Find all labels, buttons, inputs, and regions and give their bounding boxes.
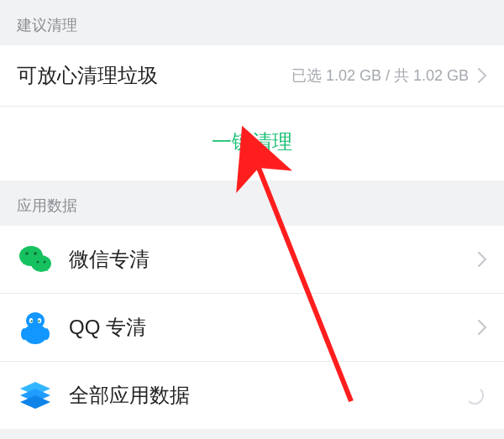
app-row-qq[interactable]: QQ 专清 — [0, 294, 504, 362]
svg-point-3 — [34, 252, 37, 255]
wechat-icon — [17, 241, 54, 278]
appdata-card: 微信专清 QQ 专清 — [0, 226, 504, 429]
svg-point-9 — [43, 328, 50, 340]
one-key-clean-label: 一键清理 — [212, 130, 292, 153]
safe-clean-status: 已选 1.02 GB / 共 1.02 GB — [158, 65, 469, 86]
app-label-wechat: 微信专清 — [69, 246, 477, 273]
chevron-right-icon — [477, 319, 487, 336]
svg-point-1 — [31, 255, 51, 272]
safe-clean-row[interactable]: 可放心清理垃圾 已选 1.02 GB / 共 1.02 GB — [0, 45, 504, 107]
svg-point-8 — [21, 328, 28, 340]
app-row-wechat[interactable]: 微信专清 — [0, 226, 504, 294]
stack-icon — [17, 377, 54, 414]
svg-point-13 — [38, 321, 39, 322]
app-label-qq: QQ 专清 — [69, 314, 477, 341]
svg-point-4 — [37, 261, 39, 264]
section-header-appdata: 应用数据 — [0, 180, 504, 226]
chevron-right-icon — [477, 251, 487, 268]
svg-point-5 — [44, 261, 46, 264]
qq-icon — [17, 309, 54, 346]
one-key-clean-button[interactable]: 一键清理 — [0, 107, 504, 180]
app-label-all: 全部应用数据 — [69, 382, 465, 409]
app-row-all-appdata[interactable]: 全部应用数据 — [0, 362, 504, 429]
section-header-suggest: 建议清理 — [0, 0, 504, 45]
suggest-card: 可放心清理垃圾 已选 1.02 GB / 共 1.02 GB 一键清理 — [0, 45, 504, 180]
loading-spinner-icon — [465, 386, 484, 405]
chevron-right-icon — [477, 67, 487, 84]
svg-point-12 — [31, 321, 33, 322]
svg-point-2 — [25, 252, 29, 255]
safe-clean-title: 可放心清理垃圾 — [17, 62, 158, 89]
